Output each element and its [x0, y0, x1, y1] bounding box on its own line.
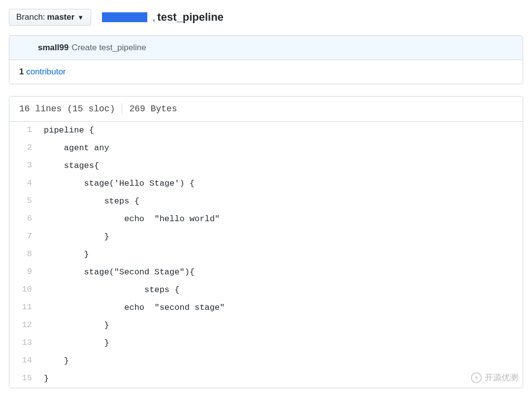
branch-value: master — [47, 12, 75, 22]
line-number[interactable]: 2 — [9, 139, 39, 157]
code-line: 1pipeline { — [9, 122, 523, 139]
file-lines-sloc: 16 lines (15 sloc) — [19, 104, 115, 114]
breadcrumb-file: test_pipeline — [157, 11, 223, 24]
line-number[interactable]: 11 — [9, 299, 39, 317]
breadcrumb-separator: , — [152, 11, 155, 24]
code-line: 7 } — [9, 228, 523, 246]
wechat-icon: ✦ — [471, 372, 482, 383]
code-cell: } — [39, 246, 523, 264]
commit-author[interactable]: small99 — [38, 43, 68, 53]
code-line: 5 steps { — [9, 193, 523, 210]
caret-down-icon: ▼ — [77, 14, 84, 21]
watermark-text: 开源优测 — [485, 372, 518, 383]
code-line: 15} — [9, 370, 523, 388]
code-cell: stages{ — [39, 157, 523, 175]
line-number[interactable]: 13 — [9, 334, 39, 352]
line-number[interactable]: 12 — [9, 317, 39, 334]
commit-box: small99 Create test_pipeline 1 contribut… — [9, 35, 523, 84]
code-cell: } — [39, 370, 523, 388]
code-cell: stage("Second Stage"){ — [39, 264, 523, 281]
contributors-link[interactable]: contributor — [26, 67, 66, 76]
code-table: 1pipeline {2 agent any3 stages{4 stage('… — [9, 122, 523, 388]
branch-select-button[interactable]: Branch: master ▼ — [9, 9, 91, 26]
file-bytes: 269 Bytes — [129, 104, 177, 114]
code-cell: } — [39, 352, 523, 370]
code-line: 4 stage('Hello Stage') { — [9, 175, 523, 193]
code-line: 14 } — [9, 352, 523, 370]
code-cell: steps { — [39, 193, 523, 210]
code-line: 8 } — [9, 246, 523, 264]
line-number[interactable]: 4 — [9, 175, 39, 193]
line-number[interactable]: 10 — [9, 281, 39, 299]
code-cell: pipeline { — [39, 122, 523, 139]
contributors-count: 1 — [19, 67, 24, 76]
breadcrumb: , test_pipeline — [99, 11, 224, 24]
line-number[interactable]: 5 — [9, 193, 39, 210]
watermark: ✦ 开源优测 — [471, 372, 518, 383]
code-cell: steps { — [39, 281, 523, 299]
code-line: 11 echo "second stage" — [9, 299, 523, 317]
code-cell: agent any — [39, 139, 523, 157]
line-number[interactable]: 3 — [9, 157, 39, 175]
line-number[interactable]: 8 — [9, 246, 39, 264]
file-box: 16 lines (15 sloc) 269 Bytes 1pipeline {… — [9, 96, 523, 388]
code-cell: } — [39, 228, 523, 246]
line-number[interactable]: 6 — [9, 210, 39, 228]
code-line: 9 stage("Second Stage"){ — [9, 264, 523, 281]
contributors-bar[interactable]: 1 contributor — [9, 60, 523, 84]
line-number[interactable]: 14 — [9, 352, 39, 370]
commit-message: Create test_pipeline — [71, 43, 146, 53]
file-info-bar: 16 lines (15 sloc) 269 Bytes — [9, 97, 523, 122]
line-number[interactable]: 15 — [9, 370, 39, 388]
code-line: 10 steps { — [9, 281, 523, 299]
code-line: 6 echo "hello world" — [9, 210, 523, 228]
line-number[interactable]: 1 — [9, 122, 39, 139]
branch-label: Branch: — [16, 12, 45, 22]
code-line: 13 } — [9, 334, 523, 352]
file-info-divider — [122, 103, 122, 114]
line-number[interactable]: 9 — [9, 264, 39, 281]
code-cell: stage('Hello Stage') { — [39, 175, 523, 193]
code-line: 2 agent any — [9, 139, 523, 157]
commit-bar[interactable]: small99 Create test_pipeline — [9, 36, 523, 60]
breadcrumb-repo-redacted — [102, 12, 147, 22]
code-line: 3 stages{ — [9, 157, 523, 175]
code-line: 12 } — [9, 317, 523, 334]
code-cell: echo "second stage" — [39, 299, 523, 317]
line-number[interactable]: 7 — [9, 228, 39, 246]
code-cell: } — [39, 317, 523, 334]
code-cell: echo "hello world" — [39, 210, 523, 228]
code-cell: } — [39, 334, 523, 352]
